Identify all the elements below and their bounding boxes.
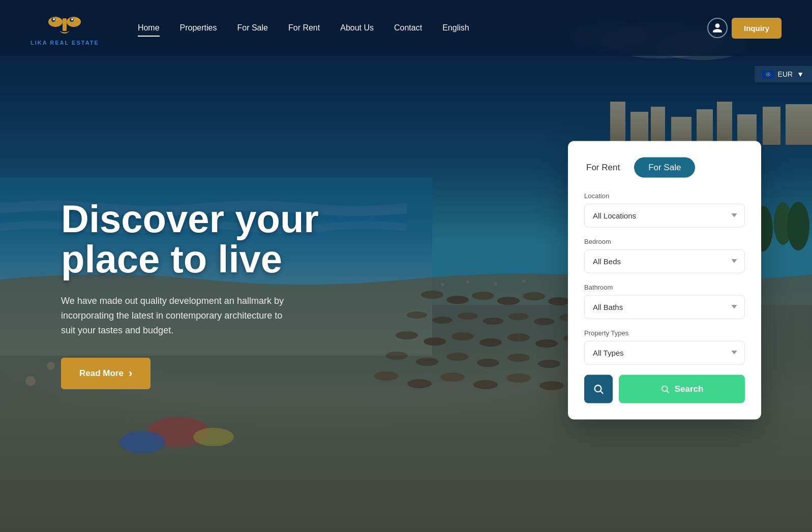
panel-tabs: For Rent For Sale (584, 157, 745, 177)
svg-point-86 (595, 385, 602, 392)
nav-for-rent[interactable]: For Rent (280, 19, 328, 37)
location-label: Location (584, 192, 745, 199)
property-type-select[interactable]: All Types Apartment Villa House Land (584, 340, 745, 364)
svg-point-78 (768, 72, 769, 73)
nav-language[interactable]: English (434, 19, 477, 37)
currency-dropdown-icon: ▼ (797, 70, 804, 78)
nav-home[interactable]: Home (130, 19, 168, 37)
user-icon[interactable] (707, 18, 728, 38)
search-panel: For Rent For Sale Location All Locations… (568, 141, 761, 419)
svg-point-80 (769, 74, 770, 75)
currency-label: EUR (778, 70, 793, 78)
svg-point-88 (662, 386, 668, 391)
nav-about[interactable]: About Us (332, 19, 382, 37)
bathroom-label: Bathroom (584, 283, 745, 291)
tab-for-rent[interactable]: For Rent (584, 158, 622, 176)
logo-text: LIKA REAL ESTATE (31, 40, 99, 46)
svg-point-82 (768, 75, 769, 76)
bedroom-select[interactable]: All Beds 1 Bed 2 Beds 3 Beds 4+ Beds (584, 249, 745, 273)
currency-selector[interactable]: EUR ▼ (755, 66, 812, 82)
search-icon (593, 383, 604, 394)
bathroom-field-group: Bathroom All Baths 1 Bath 2 Baths 3 Bath… (584, 283, 745, 319)
header: LIKA REAL ESTATE Home Properties For Sal… (0, 0, 812, 56)
svg-point-74 (71, 18, 73, 20)
search-button-label: Search (675, 384, 704, 394)
svg-point-69 (48, 17, 63, 27)
main-content: Discover your place to live We have made… (0, 56, 812, 532)
search-icon-button[interactable] (584, 374, 613, 403)
bathroom-select[interactable]: All Baths 1 Bath 2 Baths 3 Baths 4+ Bath… (584, 295, 745, 319)
search-button[interactable]: Search (619, 374, 745, 403)
svg-point-72 (67, 17, 81, 27)
nav-properties[interactable]: Properties (172, 19, 225, 37)
svg-point-79 (769, 73, 770, 74)
svg-point-81 (769, 75, 770, 76)
logo[interactable]: LIKA REAL ESTATE (31, 11, 99, 46)
hero-subtitle: We have made out quality development an … (61, 294, 285, 337)
nav-for-sale[interactable]: For Sale (229, 19, 276, 37)
hero-text-block: Discover your place to live We have made… (61, 199, 407, 390)
bedroom-label: Bedroom (584, 237, 745, 245)
property-type-field-group: Property Types All Types Apartment Villa… (584, 329, 745, 364)
read-more-button[interactable]: Read More (61, 358, 151, 389)
svg-line-89 (667, 390, 669, 392)
svg-rect-75 (63, 18, 67, 31)
main-nav: Home Properties For Sale For Rent About … (130, 18, 781, 39)
svg-line-87 (600, 391, 603, 393)
svg-point-77 (768, 74, 769, 75)
svg-point-71 (53, 18, 55, 20)
tab-for-sale[interactable]: For Sale (634, 157, 695, 177)
eu-flag-icon (763, 71, 774, 78)
nav-contact[interactable]: Contact (386, 19, 430, 37)
property-type-label: Property Types (584, 329, 745, 336)
svg-point-83 (766, 75, 767, 76)
search-btn-icon (660, 384, 670, 393)
logo-icon (44, 11, 85, 39)
inquiry-button[interactable]: Inquiry (732, 18, 781, 39)
location-field-group: Location All Locations Durres Tirana Sar… (584, 192, 745, 227)
svg-point-85 (766, 73, 767, 74)
search-actions: Search (584, 374, 745, 403)
location-select[interactable]: All Locations Durres Tirana Saranda Vlor… (584, 203, 745, 227)
svg-point-84 (766, 74, 767, 75)
bedroom-field-group: Bedroom All Beds 1 Bed 2 Beds 3 Beds 4+ … (584, 237, 745, 273)
hero-title: Discover your place to live (61, 199, 407, 280)
